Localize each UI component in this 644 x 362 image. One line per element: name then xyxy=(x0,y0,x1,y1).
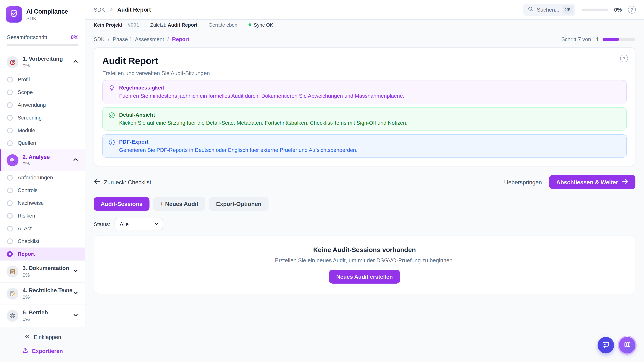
chat-bubble-icon xyxy=(602,340,610,350)
status-filter-value: Alle xyxy=(120,221,129,227)
pencil-icon xyxy=(6,288,18,300)
page-breadcrumb: SDK / Phase 1: Assessment / Report xyxy=(94,36,189,42)
back-button[interactable]: Zurueck: Checklist xyxy=(94,178,151,186)
floating-buttons xyxy=(598,337,635,354)
sidebar-item-report[interactable]: Report xyxy=(0,248,85,260)
breadcrumb-root[interactable]: SDK xyxy=(94,6,105,13)
section-percent: 0% xyxy=(23,63,68,68)
clipboard-icon xyxy=(6,266,18,277)
tabs-row: Audit-Sessions + Neues Audit Export-Opti… xyxy=(94,197,635,211)
status-bar: Kein Projekt V001 Zuletzt:Audit Report G… xyxy=(85,20,644,30)
help-icon[interactable]: ? xyxy=(628,6,636,13)
header-progress-bar xyxy=(582,8,608,11)
top-header: SDK Audit Report Suchen... ⌘K 0% ? xyxy=(85,0,644,20)
page-subtitle: Erstellen und verwalten Sie Audit-Sitzun… xyxy=(102,70,627,76)
sidebar-item-checklist[interactable]: Checklist xyxy=(0,235,85,248)
empty-state-title: Keine Audit-Sessions vorhanden xyxy=(313,246,416,254)
sidebar-item-ai-act[interactable]: AI Act xyxy=(0,222,85,235)
section-label: 3. Dokumentation xyxy=(23,265,68,271)
card-help-icon[interactable]: ? xyxy=(620,55,628,62)
sidebar-item-risiken[interactable]: Risiken xyxy=(0,209,85,222)
create-audit-button[interactable]: Neues Audit erstellen xyxy=(329,270,400,284)
sidebar-item-anwendung[interactable]: Anwendung xyxy=(0,98,85,111)
radio-icon xyxy=(7,140,13,146)
audit-report-card: Audit Report Erstellen und verwalten Sie… xyxy=(94,47,635,166)
app-title: AI Compliance xyxy=(26,7,68,14)
keyboard-shortcut-badge: ⌘K xyxy=(563,6,573,13)
collapse-sidebar-button[interactable]: Einklappen xyxy=(24,334,61,341)
sidebar-item-module[interactable]: Module xyxy=(0,124,85,137)
gear-icon xyxy=(6,310,18,322)
divider xyxy=(203,22,203,27)
sync-ok-dot xyxy=(248,23,251,26)
radio-icon xyxy=(7,175,13,180)
sidebar-item-nachweise[interactable]: Nachweise xyxy=(0,197,85,209)
radio-icon xyxy=(7,102,13,108)
skip-button[interactable]: Ueberspringen xyxy=(504,179,542,185)
breadcrumb-separator: / xyxy=(167,36,169,42)
tab-export-optionen[interactable]: Export-Optionen xyxy=(209,197,268,211)
sidebar-item-controls[interactable]: Controls xyxy=(0,184,85,197)
radio-icon xyxy=(7,238,13,244)
sidebar-section-analyse[interactable]: 2. Analyse 0% xyxy=(0,149,85,171)
callout-text: Fuehren Sie mindestens jaehrlich ein for… xyxy=(119,93,404,99)
radio-icon xyxy=(7,77,13,82)
radio-icon xyxy=(7,187,13,193)
radio-icon xyxy=(7,115,13,120)
callout-title: PDF-Export xyxy=(119,139,358,145)
radio-icon xyxy=(7,127,13,133)
sidebar-item-quellen[interactable]: Quellen xyxy=(0,137,85,149)
chat-fab-button[interactable] xyxy=(598,337,614,354)
search-placeholder: Suchen... xyxy=(537,6,560,13)
chevron-right-icon xyxy=(109,6,114,13)
tab-neues-audit[interactable]: + Neues Audit xyxy=(153,197,206,211)
radio-icon xyxy=(7,226,13,231)
sidebar: AI Compliance SDK Gesamtfortschritt 0% 1… xyxy=(0,0,85,362)
project-name: Kein Projekt xyxy=(94,22,122,28)
page-crumb-phase[interactable]: Phase 1: Assessment xyxy=(113,36,164,42)
sidebar-item-label: Controls xyxy=(18,187,38,193)
sidebar-item-label: Anforderungen xyxy=(18,174,53,181)
check-circle-icon xyxy=(108,112,115,126)
chevron-down-icon xyxy=(155,220,159,228)
tab-audit-sessions[interactable]: Audit-Sessions xyxy=(94,197,150,211)
app-window: AI Compliance SDK Gesamtfortschritt 0% 1… xyxy=(0,0,644,362)
main-area: SDK Audit Report Suchen... ⌘K 0% ? Kein … xyxy=(85,0,644,362)
section-percent: 0% xyxy=(23,272,68,278)
callout-text: Klicken Sie auf eine Sitzung fuer die De… xyxy=(119,120,407,126)
radio-icon xyxy=(7,200,13,206)
sidebar-section-vorbereitung[interactable]: 1. Vorbereitung 0% xyxy=(0,51,85,73)
sync-status: Sync OK xyxy=(248,22,273,28)
status-filter-select[interactable]: Alle xyxy=(115,218,163,230)
sidebar-item-anforderungen[interactable]: Anforderungen xyxy=(0,171,85,184)
sidebar-item-label: Anwendung xyxy=(18,102,46,108)
section-label: 2. Analyse xyxy=(23,154,68,160)
sidebar-item-profil[interactable]: Profil xyxy=(0,73,85,86)
status-filter-label: Status: xyxy=(94,221,110,227)
chevron-up-icon xyxy=(72,58,78,66)
sidebar-item-label: Quellen xyxy=(18,140,36,146)
sidebar-item-screening[interactable]: Screening xyxy=(0,111,85,124)
export-button[interactable]: Exportieren xyxy=(22,347,63,355)
sidebar-item-label: AI Act xyxy=(18,225,32,231)
radio-selected-icon xyxy=(7,251,13,257)
page-crumb-root[interactable]: SDK xyxy=(94,36,104,42)
columns-fab-button[interactable] xyxy=(619,337,636,354)
info-circle-icon xyxy=(108,139,115,153)
sidebar-section-rechtliche-texte[interactable]: 4. Rechtliche Texte 0% xyxy=(0,282,85,305)
search-input[interactable]: Suchen... ⌘K xyxy=(523,3,576,16)
sidebar-section-dokumentation[interactable]: 3. Dokumentation 0% xyxy=(0,260,85,282)
chevron-down-icon xyxy=(72,312,78,320)
complete-next-button[interactable]: Abschliessen & Weiter xyxy=(549,175,636,189)
section-label: 4. Rechtliche Texte xyxy=(23,287,68,294)
sidebar-header: AI Compliance SDK xyxy=(0,0,85,29)
sidebar-item-label: Module xyxy=(18,127,35,133)
arrow-left-icon xyxy=(94,178,100,186)
overall-progress-bar xyxy=(6,44,78,46)
sidebar-section-betrieb[interactable]: 5. Betrieb 0% xyxy=(0,305,85,327)
section-percent: 0% xyxy=(23,317,68,322)
sidebar-nav: 1. Vorbereitung 0% Profil Scope Anwendun… xyxy=(0,51,85,327)
section-percent: 0% xyxy=(23,294,68,300)
sidebar-item-scope[interactable]: Scope xyxy=(0,86,85,98)
overall-progress: Gesamtfortschritt 0% xyxy=(0,29,85,51)
